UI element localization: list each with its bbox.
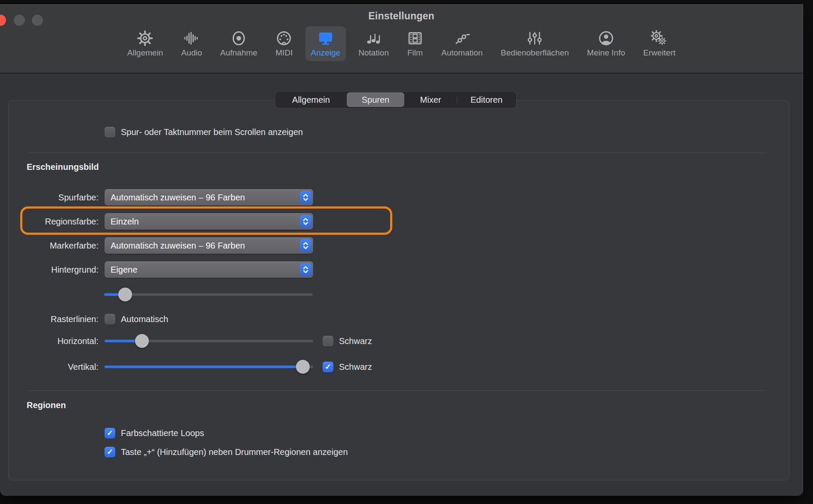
tab-mixer[interactable]: Mixer (404, 92, 457, 107)
scroll-number-checkbox[interactable] (105, 127, 115, 138)
vertical-black-checkbox[interactable] (323, 362, 333, 372)
color-shaded-loops-row: Farbschattierte Loops (105, 427, 204, 439)
film-strip-icon (407, 30, 423, 47)
vertical-label: Vertikal: (13, 362, 99, 372)
scroll-number-label: Spur- oder Taktnummer beim Scrollen anze… (121, 127, 303, 137)
drummer-plus-button-label: Taste „+“ (Hinzufügen) neben Drummer-Reg… (121, 447, 348, 457)
toolbar-item-erweitert[interactable]: Erweitert (637, 26, 681, 61)
region-color-popup[interactable]: Einzeln (105, 213, 313, 230)
person-circle-icon (598, 30, 614, 47)
waveform-icon (183, 30, 200, 47)
gear-icon (137, 30, 153, 47)
popup-value: Automatisch zuweisen – 96 Farben (105, 241, 245, 251)
titlebar-toolbar: Einstellungen Allgemein Audio (0, 5, 803, 73)
background-label: Hintergrund: (13, 265, 99, 275)
tab-allgemein[interactable]: Allgemein (275, 92, 347, 107)
horizontal-label: Horizontal: (13, 336, 99, 346)
background-popup[interactable]: Eigene (105, 261, 313, 278)
control-sliders-icon (527, 30, 543, 47)
section-separator (27, 390, 767, 391)
music-notes-icon (366, 30, 382, 47)
grid-lines-auto-label: Automatisch (121, 314, 168, 324)
toolbar-item-notation[interactable]: Notation (353, 26, 394, 61)
grid-lines-label: Rasterlinien: (13, 314, 99, 324)
settings-toolbar: Allgemein Audio (0, 26, 803, 61)
automation-nodes-icon (454, 30, 470, 47)
horizontal-row: Horizontal: Schwarz (13, 334, 372, 348)
background-row: Hintergrund: Eigene (13, 261, 313, 278)
slider-fill (105, 366, 303, 368)
toolbar-item-label: Erweitert (643, 49, 675, 57)
popup-value: Automatisch zuweisen – 96 Farben (105, 193, 245, 203)
display-icon (317, 30, 334, 47)
horizontal-black-checkbox[interactable] (323, 336, 333, 347)
section-separator (27, 153, 767, 153)
track-color-label: Spurfarbe: (13, 193, 99, 203)
toolbar-item-anzeige[interactable]: Anzeige (305, 26, 346, 61)
chevron-up-down-icon[interactable] (300, 263, 311, 276)
toolbar-item-automation[interactable]: Automation (436, 26, 488, 61)
tab-spuren[interactable]: Spuren (347, 92, 404, 107)
toolbar-item-label: MIDI (275, 49, 293, 57)
toolbar-item-midi[interactable]: MIDI (270, 26, 298, 61)
track-color-row: Spurfarbe: Automatisch zuweisen – 96 Far… (13, 189, 313, 206)
color-shaded-loops-checkbox[interactable] (105, 428, 115, 439)
toolbar-item-label: Bedienoberflächen (501, 49, 569, 57)
slider-knob[interactable] (118, 288, 132, 301)
drummer-plus-button-row: Taste „+“ (Hinzufügen) neben Drummer-Reg… (105, 446, 348, 458)
appearance-heading: Erscheinungsbild (27, 162, 99, 172)
category-tabs: Allgemein Spuren Mixer Editoren (275, 92, 516, 108)
grid-lines-auto-checkbox[interactable] (105, 314, 115, 325)
toolbar-item-label: Meine Info (587, 49, 625, 57)
color-shaded-loops-label: Farbschattierte Loops (121, 428, 204, 438)
region-color-label: Regionsfarbe: (13, 217, 99, 227)
toolbar-item-label: Automation (441, 49, 483, 57)
popup-value: Eigene (105, 265, 137, 275)
marker-color-label: Markerfarbe: (13, 241, 99, 251)
tab-editoren[interactable]: Editoren (457, 92, 516, 107)
toolbar-item-aufnahme[interactable]: Aufnahme (215, 26, 263, 61)
marker-color-row: Markerfarbe: Automatisch zuweisen – 96 F… (13, 237, 313, 254)
horizontal-slider[interactable] (105, 334, 313, 348)
region-color-row: Regionsfarbe: Einzeln (13, 213, 313, 230)
horizontal-black-label: Schwarz (339, 336, 372, 346)
scroll-number-row: Spur- oder Taktnummer beim Scrollen anze… (105, 126, 303, 138)
slider-knob[interactable] (296, 360, 310, 374)
vertical-row: Vertikal: Schwarz (13, 360, 372, 374)
background-brightness-slider[interactable] (104, 288, 313, 301)
toolbar-item-label: Allgemein (127, 49, 163, 57)
popup-value: Einzeln (105, 217, 139, 227)
regions-heading: Regionen (27, 400, 66, 410)
toolbar-item-allgemein[interactable]: Allgemein (122, 26, 169, 61)
window-title: Einstellungen (0, 10, 803, 22)
toolbar-item-label: Anzeige (311, 49, 341, 57)
toolbar-item-label: Film (407, 49, 423, 57)
chevron-up-down-icon[interactable] (300, 215, 311, 228)
settings-content: Allgemein Spuren Mixer Editoren Spur- od… (0, 74, 803, 496)
toolbar-item-film[interactable]: Film (401, 26, 429, 61)
toolbar-item-label: Audio (181, 49, 202, 57)
toolbar-item-audio[interactable]: Audio (176, 26, 208, 61)
chevron-up-down-icon[interactable] (300, 191, 311, 204)
slider-track[interactable] (104, 293, 313, 296)
toolbar-item-label: Aufnahme (220, 49, 258, 57)
grid-lines-row: Rasterlinien: Automatisch (13, 313, 168, 326)
vertical-slider[interactable] (105, 360, 313, 374)
chevron-up-down-icon[interactable] (300, 239, 311, 252)
toolbar-item-bedienoberflaechen[interactable]: Bedienoberflächen (495, 26, 574, 61)
marker-color-popup[interactable]: Automatisch zuweisen – 96 Farben (105, 237, 313, 254)
vertical-black-label: Schwarz (339, 362, 372, 372)
track-color-popup[interactable]: Automatisch zuweisen – 96 Farben (105, 189, 313, 206)
settings-window: Einstellungen Allgemein Audio (0, 4, 803, 496)
midi-plug-icon (276, 30, 292, 47)
double-gear-icon (651, 30, 668, 47)
record-icon (231, 30, 247, 47)
toolbar-item-label: Notation (358, 49, 389, 57)
toolbar-item-meine-info[interactable]: Meine Info (582, 26, 631, 61)
drummer-plus-button-checkbox[interactable] (105, 447, 115, 458)
slider-knob[interactable] (135, 334, 149, 348)
